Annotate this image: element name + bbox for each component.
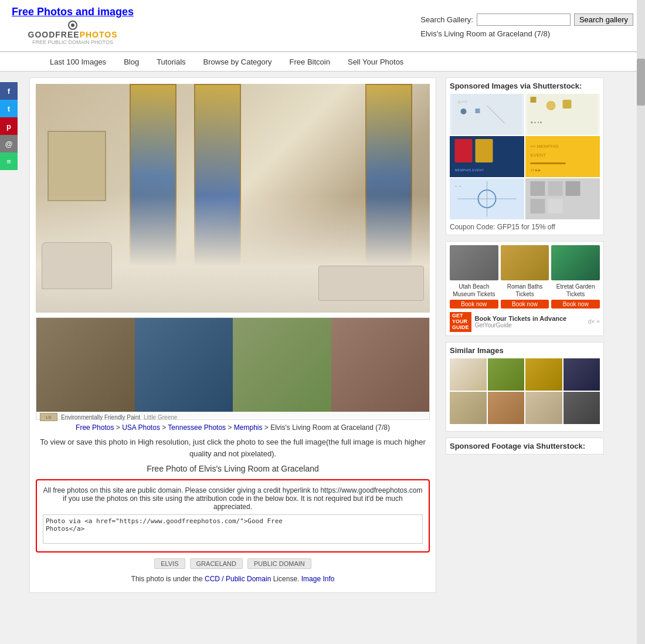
ad-caption: LG Environmentally Friendly Paint Little… (36, 412, 429, 422)
ss-image-2[interactable]: ◆ ▲ ● ■ (525, 94, 600, 135)
license-mid: License. (273, 575, 300, 583)
breadcrumb-free-photos[interactable]: Free Photos (76, 423, 114, 432)
tag-public-domain[interactable]: PUBLIC DOMAIN (247, 558, 311, 569)
scrollbar[interactable] (637, 0, 645, 599)
search-input[interactable] (477, 13, 571, 26)
gyg-image-etretat (551, 245, 600, 280)
ad-image-4 (331, 318, 430, 412)
ss-image-4[interactable]: »» MEMPHIS EVENT 19 ▶▶ (525, 136, 600, 177)
similar-image-1[interactable] (450, 358, 487, 391)
ad-image-1 (36, 318, 135, 412)
header: Free Photos and images GOODFREEPHOTOS FR… (0, 0, 645, 52)
gyg-card-etretat: Etretat Garden Tickets Book now (551, 245, 600, 309)
similar-section: Similar Images (446, 342, 604, 432)
ad-image-2 (135, 318, 233, 412)
photo-title: Free Photo of Elvis's Living Room at Gra… (36, 464, 430, 473)
gyg-image-utah (450, 245, 498, 280)
sofa-right (318, 266, 424, 301)
svg-point-7 (546, 101, 556, 110)
similar-image-4[interactable] (563, 358, 600, 391)
search-row: Search Gallery: Search gallery (420, 13, 633, 26)
pinterest-share-button[interactable]: p (0, 117, 18, 135)
ss-image-3[interactable]: MEMPHIS EVENT (450, 136, 524, 177)
svg-rect-29 (548, 199, 563, 213)
similar-image-3[interactable] (525, 358, 562, 391)
gyg-adx: d× × (588, 318, 600, 325)
attribution-box: All free photos on this site are public … (36, 479, 430, 553)
gyg-footer-text: Book Your Tickets in Advance GetYourGuid… (475, 315, 567, 328)
sidebar: Sponsored Images via Shutterstock: △ ○ □ (446, 77, 604, 593)
svg-rect-11 (455, 139, 473, 162)
nav: Last 100 Images Blog Tutorials Browse by… (0, 52, 645, 72)
search-button[interactable]: Search gallery (574, 13, 633, 26)
ss-image-1[interactable]: △ ○ □ (450, 94, 524, 135)
attribution-code[interactable]: Photo via <a href="https://www.goodfreep… (43, 514, 423, 544)
nav-item-last100[interactable]: Last 100 Images (41, 52, 115, 71)
ss-image-5[interactable]: ← → (450, 178, 524, 219)
breadcrumb-tennessee-photos[interactable]: Tennessee Photos (168, 423, 226, 432)
ss-image-6[interactable] (525, 178, 600, 219)
nav-item-browse[interactable]: Browse by Category (195, 52, 281, 71)
svg-point-2 (461, 109, 467, 114)
description: To view or save this photo in High resol… (36, 436, 430, 459)
svg-rect-26 (548, 181, 563, 196)
license-link[interactable]: CCD / Public Domain (205, 575, 271, 583)
image-title-header: Elvis's Living Room at Graceland (7/8) (420, 29, 550, 38)
similar-title: Similar Images (450, 346, 600, 355)
scrollbar-thumb[interactable] (637, 59, 645, 106)
svg-rect-3 (476, 109, 480, 113)
svg-rect-6 (531, 97, 537, 103)
header-left: Free Photos and images GOODFREEPHOTOS FR… (12, 6, 134, 45)
nav-item-blog[interactable]: Blog (115, 52, 148, 71)
twitter-share-button[interactable]: t (0, 100, 18, 117)
license: This photo is under the CCD / Public Dom… (36, 575, 430, 583)
tag-graceland[interactable]: GRACELAND (190, 558, 243, 569)
similar-image-2[interactable] (488, 358, 525, 391)
share-button[interactable]: ≡ (0, 152, 18, 170)
breadcrumb-memphis[interactable]: Memphis (234, 423, 263, 432)
gyg-grid: Utah Beach Museum Tickets Book now Roman… (450, 245, 600, 309)
nav-item-tutorials[interactable]: Tutorials (148, 52, 194, 71)
tag-elvis[interactable]: ELVIS (154, 558, 185, 569)
facebook-share-button[interactable]: f (0, 82, 18, 100)
nav-item-sell[interactable]: Sell Your Photos (339, 52, 412, 71)
gyg-book-utah[interactable]: Book now (450, 300, 498, 309)
svg-rect-12 (476, 139, 493, 162)
tags: ELVIS GRACELAND PUBLIC DOMAIN (36, 558, 430, 569)
logo-icon (68, 21, 77, 30)
ad-banner[interactable]: LG Environmentally Friendly Paint Little… (36, 317, 430, 420)
gyg-book-roman[interactable]: Book now (501, 300, 549, 309)
svg-text:◆ ▲ ● ■: ◆ ▲ ● ■ (531, 120, 542, 124)
similar-image-8[interactable] (563, 392, 600, 424)
content: LG Environmentally Friendly Paint Little… (29, 77, 436, 593)
logo-area: GOODFREEPHOTOS FREE PUBLIC DOMAIN PHOTOS (28, 21, 118, 45)
gyg-card-roman: Roman Baths Tickets Book now (501, 245, 549, 309)
svg-text:← →: ← → (455, 184, 461, 188)
gyg-book-etretat[interactable]: Book now (551, 300, 600, 309)
gyg-section: Utah Beach Museum Tickets Book now Roman… (446, 241, 604, 336)
shutterstock-title: Sponsored Images via Shutterstock: (450, 82, 600, 90)
dresser-decoration (47, 131, 106, 201)
similar-image-5[interactable] (450, 392, 487, 424)
main-image[interactable] (36, 84, 430, 313)
email-share-button[interactable]: @ (0, 135, 18, 152)
image-info-link[interactable]: Image Info (301, 575, 335, 583)
svg-text:»» MEMPHIS: »» MEMPHIS (531, 144, 559, 149)
nav-item-bitcoin[interactable]: Free Bitcoin (281, 52, 339, 71)
gyg-logo: GETYOURGUIDE (450, 312, 471, 332)
shutterstock-section: Sponsored Images via Shutterstock: △ ○ □ (446, 77, 604, 235)
attribution-text: All free photos on this site are public … (43, 486, 423, 511)
similar-image-6[interactable] (488, 392, 525, 424)
room-furniture (36, 195, 430, 313)
similar-image-7[interactable] (525, 392, 562, 424)
ad-caption-brand: Little Greene (144, 414, 177, 421)
gyg-label-roman: Roman Baths Tickets (501, 283, 549, 298)
breadcrumb-usa-photos[interactable]: USA Photos (122, 423, 160, 432)
main-layout: LG Environmentally Friendly Paint Little… (0, 72, 645, 599)
main-image-container[interactable] (36, 84, 430, 313)
svg-rect-25 (531, 181, 545, 196)
svg-text:△ ○ □: △ ○ □ (458, 100, 467, 103)
site-title-link[interactable]: Free Photos and images (12, 6, 134, 18)
breadcrumb: Free Photos > USA Photos > Tennessee Pho… (36, 423, 430, 432)
gyg-image-roman (501, 245, 549, 280)
